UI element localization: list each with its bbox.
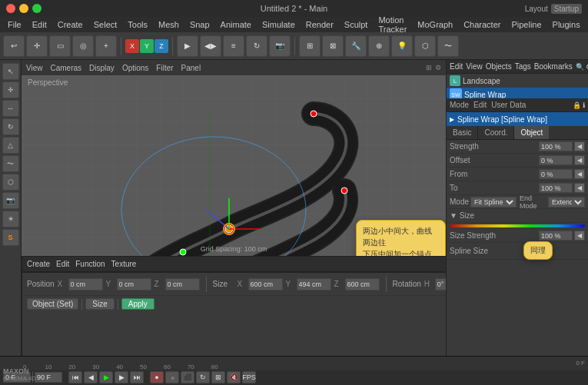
vp-icon-settings[interactable]: ⚙ [435, 64, 441, 71]
rot-h-input[interactable] [435, 278, 446, 290]
props-tab-create[interactable]: Create [27, 260, 50, 268]
tl-btn-preview[interactable]: ⬛ [181, 371, 194, 383]
vp-menu-options[interactable]: Options [122, 64, 148, 72]
left-btn-light[interactable]: ☀ [2, 211, 19, 227]
mode-icon-lock[interactable]: 🔒 [573, 101, 581, 109]
mode-dropdown[interactable]: Fit Spline [470, 197, 517, 207]
size-z-input[interactable] [345, 278, 380, 290]
pos-y-input[interactable] [117, 278, 151, 290]
startup-label[interactable]: Startup [551, 4, 582, 14]
tool-camera[interactable]: 📷 [269, 35, 291, 57]
tool-spline[interactable]: 〜 [437, 35, 459, 57]
mode-tab-edit[interactable]: Edit [473, 101, 487, 109]
menu-animate[interactable]: Animate [216, 19, 256, 30]
tool-render2[interactable]: ◀▶ [200, 35, 221, 57]
menu-select[interactable]: Select [89, 19, 122, 30]
left-btn-rotate[interactable]: ↻ [2, 118, 19, 135]
vp-menu-panel[interactable]: Panel [181, 64, 201, 72]
tool-axis[interactable]: ⊕ [368, 35, 390, 57]
tl-btn-loop[interactable]: ↻ [196, 371, 210, 383]
tl-btn-play[interactable]: ▶ [99, 371, 113, 383]
tl-btn-next[interactable]: ▶ [115, 371, 128, 383]
size-y-input[interactable] [297, 278, 331, 290]
vp-menu-filter[interactable]: Filter [156, 64, 173, 72]
tl-btn-mute[interactable]: 🔇 [227, 371, 241, 383]
pos-x-input[interactable] [68, 278, 103, 290]
tool-live[interactable]: ◎ [72, 35, 94, 57]
props-tab-edit[interactable]: Edit [56, 260, 69, 268]
left-btn-s[interactable]: S [2, 229, 19, 246]
offset-btn[interactable]: ◀ [574, 155, 585, 165]
prop-tab-object[interactable]: Object [514, 126, 549, 139]
tool-timeline[interactable]: ≡ [223, 35, 244, 57]
minimize-button[interactable] [19, 4, 28, 13]
props-tab-function[interactable]: Function [75, 260, 105, 268]
tool-material[interactable]: ⬡ [414, 35, 436, 57]
axis-z-btn[interactable]: Z [154, 39, 168, 53]
size-x-input[interactable] [248, 278, 283, 290]
tl-btn-keyframe[interactable]: ⬦ [165, 371, 179, 383]
obj-mgr-bookmarks[interactable]: Bookmarks [534, 62, 573, 71]
viewport-container[interactable]: View Cameras Display Options Filter Pane… [22, 60, 446, 256]
offset-input[interactable] [539, 155, 573, 165]
tool-plus[interactable]: + [95, 35, 117, 57]
obj-mgr-edit[interactable]: Edit [450, 62, 463, 71]
obj-landscape[interactable]: L Landscape [447, 74, 588, 88]
left-btn-move[interactable]: ✛ [2, 81, 19, 98]
tool-grid[interactable]: ⊞ [299, 35, 321, 57]
maximize-button[interactable] [32, 4, 42, 13]
menu-mesh[interactable]: Mesh [154, 19, 184, 30]
strength-btn[interactable]: ◀ [574, 141, 585, 151]
menu-tools[interactable]: Tools [123, 19, 152, 30]
left-btn-poly[interactable]: △ [2, 137, 19, 154]
left-btn-deform[interactable]: ⬡ [2, 174, 19, 191]
pos-z-input[interactable] [165, 278, 200, 290]
tool-snap-grid[interactable]: ⊠ [322, 35, 344, 57]
tool-move[interactable]: ✛ [26, 35, 48, 57]
from-input[interactable] [539, 169, 573, 179]
menu-pipeline[interactable]: Pipeline [507, 19, 546, 30]
tl-btn-start[interactable]: ⏮ [68, 371, 82, 383]
menu-create[interactable]: Create [53, 19, 88, 30]
mode-tab-mode[interactable]: Mode [450, 101, 469, 109]
vp-menu-view[interactable]: View [26, 64, 43, 72]
menu-sculpt[interactable]: Sculpt [340, 19, 373, 30]
menu-file[interactable]: File [3, 19, 26, 30]
vp-menu-cameras[interactable]: Cameras [51, 64, 82, 72]
tool-undo[interactable]: ↩ [3, 35, 25, 57]
tool-select-rect[interactable]: ▭ [49, 35, 71, 57]
size-strength-btn[interactable]: ◀ [574, 231, 585, 241]
close-button[interactable] [6, 4, 15, 13]
menu-character[interactable]: Character [459, 19, 505, 30]
obj-mgr-view[interactable]: View [466, 62, 483, 71]
left-btn-scale[interactable]: ↔ [2, 100, 19, 117]
menu-render[interactable]: Render [301, 19, 338, 30]
menu-plugins[interactable]: Plugins [548, 19, 585, 30]
timeline-ruler[interactable]: 0 10 20 30 40 50 60 70 80 0 F [0, 357, 588, 370]
obj-mgr-tags[interactable]: Tags [515, 62, 531, 71]
left-btn-camera[interactable]: 📷 [2, 192, 19, 209]
left-btn-select[interactable]: ↖ [2, 63, 19, 80]
tl-btn-snap[interactable]: ⊠ [211, 371, 225, 383]
tl-btn-end[interactable]: ⏭ [130, 371, 144, 383]
props-tab-texture[interactable]: Texture [111, 260, 137, 268]
object-set-btn[interactable]: Object (Set) [27, 298, 78, 310]
timeline-total-frame[interactable] [35, 372, 62, 383]
vp-icon-maximize[interactable]: ⊞ [426, 64, 432, 71]
tool-magnet[interactable]: 🔧 [345, 35, 367, 57]
tl-btn-fps[interactable]: FPS [242, 371, 256, 383]
prop-tab-basic[interactable]: Basic [447, 126, 478, 139]
end-mode-dropdown[interactable]: Extend [548, 197, 585, 207]
left-btn-spline[interactable]: 〜 [2, 155, 19, 172]
tool-light[interactable]: 💡 [391, 35, 413, 57]
mode-icon-info[interactable]: ℹ [583, 101, 585, 109]
to-btn[interactable]: ◀ [574, 183, 585, 193]
obj-mgr-objects[interactable]: Objects [486, 62, 512, 71]
axis-x-btn[interactable]: X [125, 39, 139, 53]
menu-snap[interactable]: Snap [185, 19, 214, 30]
vp-menu-display[interactable]: Display [89, 64, 115, 72]
strength-input[interactable] [539, 141, 573, 151]
size-strength-input[interactable] [539, 231, 573, 241]
mode-tab-userdata[interactable]: User Data [491, 101, 526, 109]
prop-tab-coord[interactable]: Coord. [478, 126, 514, 139]
